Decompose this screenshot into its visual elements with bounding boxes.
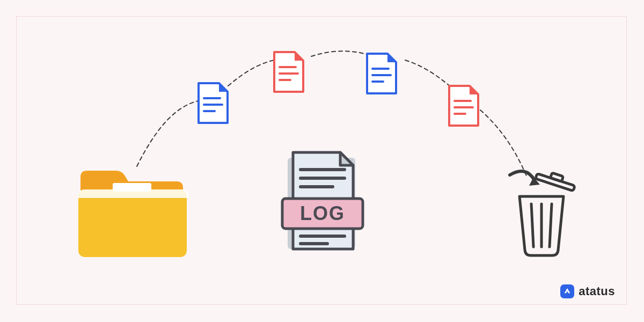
- file-icon-4: [449, 86, 478, 126]
- trash-icon: [510, 169, 576, 255]
- diagram-canvas: LOG: [0, 0, 644, 322]
- svg-rect-21: [536, 173, 575, 191]
- file-icon-1: [199, 83, 228, 123]
- svg-line-23: [531, 204, 533, 247]
- log-badge-label: LOG: [300, 202, 345, 224]
- svg-rect-0: [78, 189, 187, 257]
- log-document-icon: LOG: [282, 152, 363, 249]
- brand-name: atatus: [579, 284, 615, 298]
- file-icon-2: [274, 52, 303, 92]
- folder-icon: [78, 171, 189, 257]
- svg-rect-22: [551, 173, 564, 181]
- brand: atatus: [560, 284, 615, 298]
- svg-rect-1: [113, 183, 151, 192]
- svg-line-25: [550, 204, 552, 247]
- file-icon-3: [367, 54, 396, 93]
- brand-logo-icon: [560, 284, 574, 298]
